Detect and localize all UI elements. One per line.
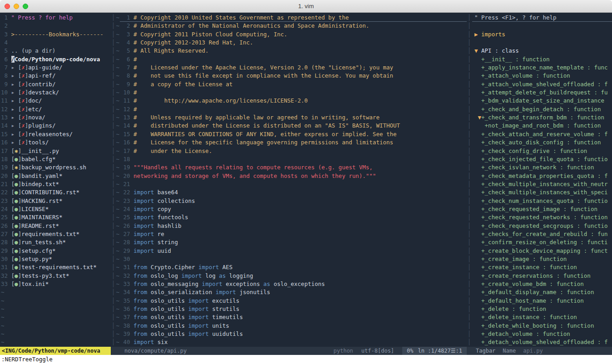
editor-line[interactable]: 20networking and storage of VMs, and com… — [120, 172, 467, 180]
tagbar-line[interactable] — [472, 22, 612, 30]
editor-line[interactable]: 30 — [120, 255, 467, 263]
nerdtree-line[interactable]: 13▸ [✗]nova/ — [0, 113, 111, 122]
tagbar-line[interactable]: +_check_and_begin_detach : function — [472, 105, 612, 113]
tagbar-line[interactable]: +_detach_volume_shelved_offloaded : f — [472, 338, 612, 346]
tagbar-line[interactable]: +_check_requested_secgroups : functio — [472, 222, 612, 230]
nerdtree-line[interactable]: 10▸ [✗]devstack/ — [0, 89, 111, 97]
nerdtree-line[interactable]: 1" Press ? for help — [0, 14, 111, 22]
editor-line[interactable]: 26import hashlib — [120, 222, 467, 230]
tagbar-line[interactable]: +_create_block_device_mapping : funct — [472, 247, 612, 255]
tagbar-line[interactable]: +_delete : function — [472, 305, 612, 313]
tagbar-line[interactable] — [472, 39, 612, 47]
editor-line[interactable]: 14# distributed under the License is dis… — [120, 122, 467, 130]
editor-line[interactable]: 37from oslo_utils import timeutils — [120, 313, 467, 321]
editor-line[interactable]: 36from oslo_utils import strutils — [120, 305, 467, 313]
nerdtree-line[interactable]: 27[●]requirements.txt* — [0, 230, 111, 238]
nerdtree-line[interactable]: 32[●]tests-py3.txt* — [0, 272, 111, 280]
nerdtree-line[interactable]: 25[●]MAINTAINERS* — [0, 213, 111, 221]
nerdtree-line[interactable]: 20[●]bandit.yaml* — [0, 172, 111, 180]
tagbar-line[interactable]: +__init__ : function — [472, 55, 612, 64]
tagbar-line[interactable]: +_check_attach_and_reserve_volume : f — [472, 130, 612, 138]
tagbar-line[interactable]: +_apply_instance_name_template : func — [472, 64, 612, 72]
tagbar-line[interactable]: +_check_multiple_instances_with_neutr — [472, 180, 612, 188]
nerdtree-line[interactable]: 33[●]tox.ini* — [0, 280, 111, 288]
editor-line[interactable]: 2# Administrator of the National Aeronau… — [120, 22, 467, 30]
tagbar-line[interactable]: +not_image_and_root_bdm : function — [472, 122, 612, 130]
vim-command-line[interactable]: :NERDTreeToggle — [0, 355, 612, 364]
nerdtree-line[interactable]: 29[●]setup.cfg* — [0, 247, 111, 255]
nerdtree-line[interactable]: 6/Code/Python/vmp-code/nova — [0, 55, 111, 64]
nerdtree-line[interactable]: 18[●]babel.cfg* — [0, 155, 111, 163]
editor-line[interactable]: 25import functools — [120, 213, 467, 221]
minimize-button[interactable] — [14, 4, 19, 9]
nerdtree-line[interactable]: 14▸ [✗]plugins/ — [0, 122, 111, 130]
tagbar-line[interactable]: +_check_isvlan_network : function — [472, 163, 612, 172]
vertical-split-separator-2[interactable]: ││││││││││││││││││││││││││││││││││││││││ — [467, 13, 472, 355]
tagbar-line[interactable]: +_check_multiple_instances_with_speci — [472, 188, 612, 197]
editor-line[interactable]: 7# Licensed under the Apache License, Ve… — [120, 64, 467, 72]
nerdtree-line[interactable]: 8▸ [✗]api-ref/ — [0, 72, 111, 80]
editor-line[interactable]: 11# http://www.apache.org/licenses/LICEN… — [120, 97, 467, 105]
tagbar-line[interactable]: +_check_requested_image : function — [472, 205, 612, 213]
tagbar-line[interactable]: +_check_auto_disk_config : function — [472, 138, 612, 147]
tagbar-line[interactable]: +_delete_instance : function — [472, 313, 612, 321]
tagbar-line[interactable]: +_checks_for_create_and_rebuild : fun — [472, 230, 612, 238]
nerdtree-line[interactable]: 31[●]test-requirements.txt* — [0, 263, 111, 271]
nerdtree-line[interactable]: 11▸ [✗]doc/ — [0, 97, 111, 105]
tagbar-line[interactable]: +_check_metadata_properties_quota : f — [472, 172, 612, 180]
editor-line[interactable]: 27import re — [120, 230, 467, 238]
tagbar-line[interactable]: +_check_requested_networks : function — [472, 213, 612, 221]
nerdtree-statusline[interactable]: <ING/Code/Python/vmp-code/nova — [0, 347, 111, 355]
editor-line[interactable]: 18 — [120, 155, 467, 163]
editor-line[interactable]: 35from oslo_utils import excutils — [120, 297, 467, 305]
editor-line[interactable]: 6# — [120, 55, 467, 64]
editor-line[interactable]: 29import uuid — [120, 247, 467, 255]
editor-line[interactable]: 28import string — [120, 238, 467, 246]
tagbar-line[interactable]: +_attempt_delete_of_buildrequest : fu — [472, 89, 612, 97]
editor-line[interactable]: 12# — [120, 105, 467, 113]
editor-line[interactable]: 33from oslo_messaging import exceptions … — [120, 280, 467, 288]
editor-line[interactable]: 34from oslo_serialization import jsonuti… — [120, 288, 467, 296]
editor-line[interactable]: 4# Copyright 2012-2013 Red Hat, Inc. — [120, 39, 467, 47]
editor-line[interactable]: 40import six — [120, 338, 467, 346]
nerdtree-line[interactable]: 12▸ [✗]etc/ — [0, 105, 111, 113]
tagbar-line[interactable]: +_detach_volume : function — [472, 330, 612, 338]
editor-line[interactable]: 16# License for the specific language go… — [120, 138, 467, 147]
editor-line[interactable]: 24import copy — [120, 205, 467, 213]
nerdtree-line[interactable]: 9▸ [✗]contrib/ — [0, 80, 111, 89]
nerdtree-line[interactable]: 17[✱]__init__.py — [0, 147, 111, 155]
nerdtree-line[interactable]: 26[●]README.rst* — [0, 222, 111, 230]
nerdtree-line[interactable]: 22[●]CONTRIBUTING.rst* — [0, 188, 111, 197]
editor-line[interactable]: 8# not use this file except in complianc… — [120, 72, 467, 80]
tagbar-line[interactable]: +_create_image : function — [472, 255, 612, 263]
editor-line[interactable]: 22import base64 — [120, 188, 467, 197]
nerdtree-line[interactable]: 19[✱]backup_wordpress.sh — [0, 163, 111, 172]
nerdtree-line[interactable]: 3>----------Bookmarks------- — [0, 30, 111, 39]
nerdtree-line[interactable]: 2 — [0, 22, 111, 30]
tagbar-line[interactable]: ▶ imports — [472, 30, 612, 39]
editor-line[interactable]: 39from oslo_utils import uuidutils — [120, 330, 467, 338]
editor-line[interactable]: 10# — [120, 89, 467, 97]
tagbar-line[interactable]: +_default_host_name : function — [472, 297, 612, 305]
nerdtree-line[interactable]: 21[●]bindep.txt* — [0, 180, 111, 188]
tagbar-line[interactable]: +_check_num_instances_quota : functio — [472, 197, 612, 205]
editor-line[interactable]: 1# Copyright 2010 United States Governme… — [120, 14, 467, 22]
editor-line[interactable]: 19"""Handles all requests relating to co… — [120, 163, 467, 172]
nerdtree-line[interactable]: 7▸ [✗]api-guide/ — [0, 64, 111, 72]
tagbar-line[interactable]: " Press <F1>, ? for help — [472, 14, 612, 22]
tagbar-line[interactable]: +_confirm_resize_on_deleting : functi — [472, 238, 612, 246]
tagbar-line[interactable]: +_bdm_validate_set_size_and_instance — [472, 97, 612, 105]
vertical-split-separator[interactable]: │~│~│~│~│~│~│~│~│~│~│~│~│~│~│~│~│~│~│~│~… — [111, 13, 120, 355]
editor-line[interactable]: 17# under the License. — [120, 147, 467, 155]
editor-line[interactable]: 32from oslo_log import log as logging — [120, 272, 467, 280]
editor-line[interactable]: 38from oslo_utils import units — [120, 322, 467, 330]
nerdtree-line[interactable]: 15▸ [✗]releasenotes/ — [0, 130, 111, 138]
tagbar-statusline[interactable]: Tagbar Name api.py — [472, 347, 612, 355]
tagbar-line[interactable]: +_attach_volume_shelved_offloaded : f — [472, 80, 612, 89]
tagbar-line[interactable]: +_create_instance : function — [472, 263, 612, 271]
nerdtree-line[interactable]: 30[●]setup.py* — [0, 255, 111, 263]
editor-line[interactable]: 9# a copy of the License at — [120, 80, 467, 89]
nerdtree-line[interactable]: 4 — [0, 39, 111, 47]
editor-line[interactable]: 15# WARRANTIES OR CONDITIONS OF ANY KIND… — [120, 130, 467, 138]
nerdtree-line[interactable]: 24[●]LICENSE* — [0, 205, 111, 213]
